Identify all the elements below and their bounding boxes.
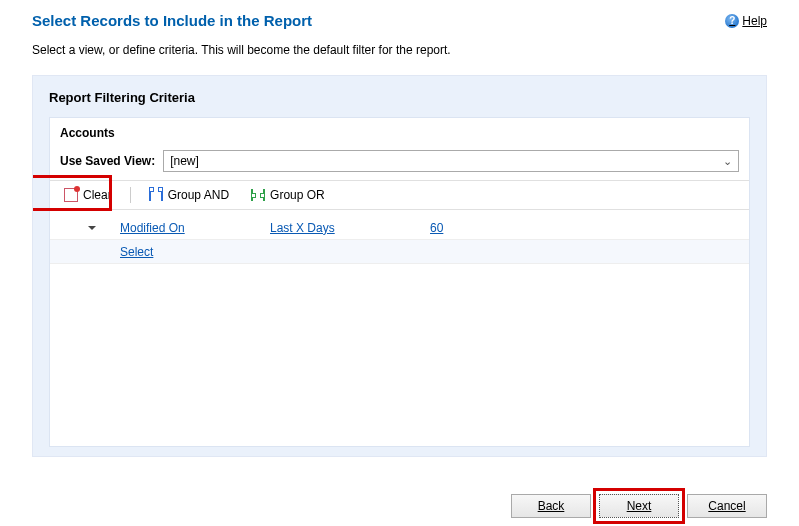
help-link[interactable]: ? Help (725, 14, 767, 28)
toolbar-divider (130, 187, 131, 203)
group-and-label: Group AND (168, 188, 229, 202)
panel-inner: Accounts Use Saved View: [new] ⌄ Clear G… (49, 117, 750, 447)
help-label: Help (742, 14, 767, 28)
saved-view-value: [new] (170, 154, 199, 168)
back-button[interactable]: Back (511, 494, 591, 518)
criteria-panel: Report Filtering Criteria Accounts Use S… (32, 75, 767, 457)
saved-view-select[interactable]: [new] ⌄ (163, 150, 739, 172)
chevron-down-icon: ⌄ (723, 155, 732, 168)
next-button[interactable]: Next (599, 494, 679, 518)
clear-icon (64, 188, 78, 202)
group-or-label: Group OR (270, 188, 325, 202)
entity-label: Accounts (50, 118, 749, 144)
criteria-operator[interactable]: Last X Days (270, 221, 430, 235)
page-title: Select Records to Include in the Report (32, 12, 312, 29)
group-or-icon (251, 189, 265, 201)
criteria-field[interactable]: Modified On (120, 221, 270, 235)
clear-button[interactable]: Clear (60, 185, 116, 205)
group-or-button[interactable]: Group OR (247, 185, 329, 205)
chevron-down-icon (88, 226, 96, 230)
criteria-toolbar: Clear Group AND Group OR (50, 180, 749, 210)
group-and-icon (149, 189, 163, 201)
instruction-text: Select a view, or define criteria. This … (0, 35, 799, 75)
next-wrap: Next (599, 494, 679, 518)
criteria-row: Modified On Last X Days 60 (50, 216, 749, 240)
help-icon: ? (725, 14, 739, 28)
group-and-button[interactable]: Group AND (145, 185, 233, 205)
cancel-button[interactable]: Cancel (687, 494, 767, 518)
criteria-value[interactable]: 60 (430, 221, 550, 235)
select-link[interactable]: Select (120, 245, 153, 259)
clear-label: Clear (83, 188, 112, 202)
add-criteria-row[interactable]: Select (50, 240, 749, 264)
panel-title: Report Filtering Criteria (49, 90, 750, 105)
use-saved-view-label: Use Saved View: (60, 154, 155, 168)
wizard-footer: Back Next Cancel (511, 494, 767, 518)
criteria-area: Modified On Last X Days 60 Select (50, 210, 749, 264)
row-menu[interactable] (60, 221, 120, 235)
